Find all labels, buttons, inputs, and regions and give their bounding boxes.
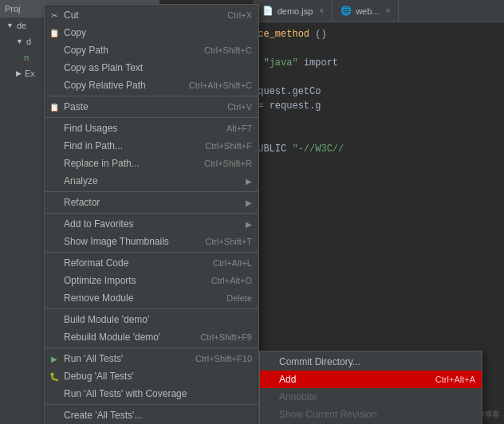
menu-item-create-tests[interactable]: Create 'All Tests'... [45,406,258,424]
debug-icon: 🐛 [48,370,61,383]
sidebar-n-label: n [24,53,29,62]
menu-label-rebuild: Rebuild Module 'demo' [64,332,184,343]
menu-label-find-usages: Find Usages [64,123,211,134]
shortcut-reformat: Ctrl+Alt+L [213,258,252,268]
menu-label-build: Build Module 'demo' [64,314,252,325]
menu-item-analyze[interactable]: Analyze ▶ [45,172,258,190]
menu-label-refactor: Refactor [64,197,242,208]
menu-item-copy-relative[interactable]: Copy Relative Path Ctrl+Alt+Shift+C [45,77,258,94]
code-span: "java" [263,57,297,69]
submenu-item-annotate: Annotate [260,388,482,406]
tab-web[interactable]: 🌐 web... × [333,0,399,22]
submenu-item-current-revision: Show Current Revision [260,406,482,423]
menu-label-paste: Paste [64,101,211,112]
separator-3 [45,191,258,192]
shortcut-run: Ctrl+Shift+F10 [195,354,252,363]
context-menu: ✂ Cut Ctrl+X 📋 Copy Copy Path Ctrl+Shift… [44,4,259,424]
shortcut-find-path: Ctrl+Shift+F [205,141,252,151]
cut-icon: ✂ [48,9,61,22]
menu-item-coverage[interactable]: Run 'All Tests' with Coverage [45,385,258,402]
menu-item-debug[interactable]: 🐛 Debug 'All Tests' [45,367,258,385]
menu-item-copy-path[interactable]: Copy Path Ctrl+Shift+C [45,41,258,59]
menu-item-build[interactable]: Build Module 'demo' [45,311,258,328]
separator-1 [45,96,258,96]
sidebar-ex-label: Ex [25,69,35,78]
submenu-label-commit: Commit Directory... [279,356,475,367]
menu-label-debug: Debug 'All Tests' [64,371,252,382]
shortcut-copy-path: Ctrl+Shift+C [204,45,252,55]
submenu-label-annotate: Annotate [279,391,475,402]
menu-label-cut: Cut [64,10,211,21]
shortcut-replace-path: Ctrl+Shift+R [204,159,252,168]
code-span: import [304,57,338,69]
menu-item-thumbnails[interactable]: Show Image Thumbnails Ctrl+Shift+T [45,233,258,250]
code-span: "-//W3C// [292,143,344,155]
submenu-label-current-revision: Show Current Revision [279,409,475,420]
submenu-item-add[interactable]: Add Ctrl+Alt+A [260,371,482,388]
separator-2 [45,117,258,118]
code-span: () [315,29,326,40]
menu-item-copy-plain[interactable]: Copy as Plain Text [45,59,258,77]
separator-6 [45,308,258,309]
menu-label-create-tests: Create 'All Tests'... [64,410,252,421]
menu-label-analyze: Analyze [64,175,242,186]
shortcut-add: Ctrl+Alt+A [435,375,475,384]
separator-8 [45,404,258,405]
shortcut-paste: Ctrl+V [227,102,252,112]
expand-arrow: ▼ [6,22,14,29]
run-icon: ▶ [48,352,61,365]
sidebar-item-label: d [26,37,31,46]
menu-label-coverage: Run 'All Tests' with Coverage [64,388,252,399]
shortcut-find-usages: Alt+F7 [226,124,252,133]
expand-arrow-2: ▼ [16,37,23,45]
shortcut-rebuild: Ctrl+Shift+F9 [200,332,252,342]
tab-label-web: web... [356,6,379,16]
menu-item-find-path[interactable]: Find in Path... Ctrl+Shift+F [45,137,258,155]
paste-icon: 📋 [48,100,61,113]
tab-label-demo: demo.jsp [278,6,313,16]
separator-4 [45,213,258,214]
shortcut-copy-relative: Ctrl+Alt+Shift+C [189,80,252,90]
menu-label-reformat: Reformat Code [64,257,197,269]
shortcut-cut: Ctrl+X [227,10,252,20]
tab-demo-jsp[interactable]: 📄 demo.jsp × [254,0,333,22]
menu-item-replace-path[interactable]: Replace in Path... Ctrl+Shift+R [45,155,258,172]
web-icon: 🌐 [341,6,352,16]
separator-5 [45,252,258,253]
expand-arrow-3: ▶ [16,69,22,77]
analyze-submenu-arrow: ▶ [246,177,252,186]
shortcut-thumbnails: Ctrl+Shift+T [205,237,252,246]
separator-7 [45,347,258,348]
jsp-icon: 📄 [262,6,274,16]
shortcut-remove-module: Delete [226,293,252,303]
sidebar-title: Proj [5,4,21,14]
shortcut-optimize: Ctrl+Alt+O [211,276,252,285]
menu-label-thumbnails: Show Image Thumbnails [64,236,189,247]
menu-item-paste[interactable]: 📋 Paste Ctrl+V [45,98,258,116]
menu-item-add-favorites[interactable]: Add to Favorites ▶ [45,215,258,233]
menu-label-find-path: Find in Path... [64,140,189,151]
menu-item-cut[interactable]: ✂ Cut Ctrl+X [45,6,258,24]
menu-item-rebuild[interactable]: Rebuild Module 'demo' Ctrl+Shift+F9 [45,328,258,346]
menu-item-copy[interactable]: 📋 Copy [45,24,258,41]
submenu-item-commit[interactable]: Commit Directory... [260,353,482,371]
menu-label-copy-plain: Copy as Plain Text [64,62,252,73]
menu-label-run: Run 'All Tests' [64,353,179,364]
tab-close-web[interactable]: × [386,6,391,15]
menu-item-optimize[interactable]: Optimize Imports Ctrl+Alt+O [45,272,258,289]
copy-icon: 📋 [48,26,61,39]
menu-item-remove-module[interactable]: Remove Module Delete [45,289,258,307]
menu-item-run[interactable]: ▶ Run 'All Tests' Ctrl+Shift+F10 [45,350,258,367]
menu-label-remove-module: Remove Module [64,292,211,304]
menu-label-replace-path: Replace in Path... [64,158,188,169]
sidebar-label: de [17,21,26,30]
favorites-submenu-arrow: ▶ [246,220,252,229]
menu-item-refactor[interactable]: Refactor ▶ [45,194,258,211]
menu-item-find-usages[interactable]: Find Usages Alt+F7 [45,120,258,137]
tab-close-demo[interactable]: × [319,6,324,15]
submenu-label-add: Add [279,374,419,385]
menu-item-reformat[interactable]: Reformat Code Ctrl+Alt+L [45,254,258,272]
git-submenu: Commit Directory... Add Ctrl+Alt+A Annot… [259,351,482,424]
menu-label-optimize: Optimize Imports [64,275,195,286]
menu-label-add-favorites: Add to Favorites [64,218,242,230]
